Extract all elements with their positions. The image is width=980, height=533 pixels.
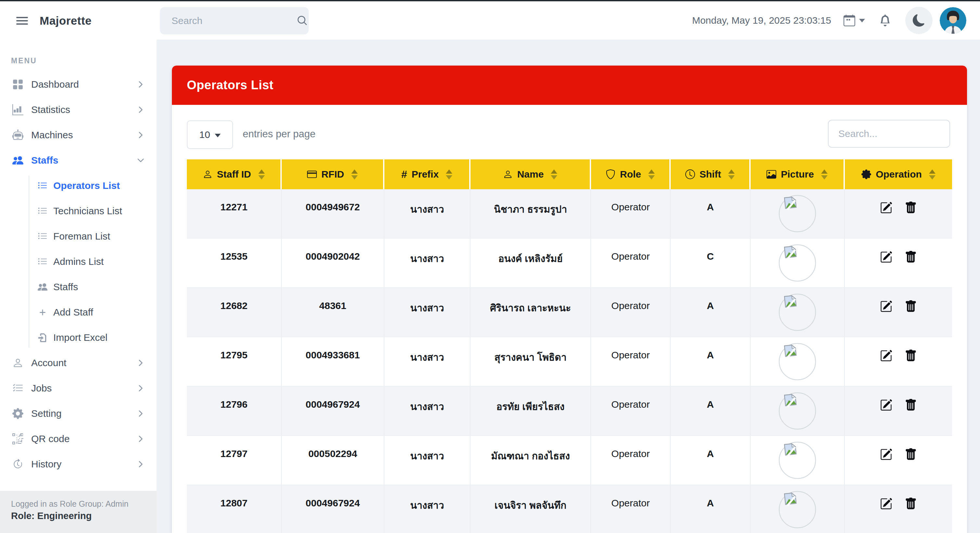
global-search[interactable] — [160, 7, 309, 35]
cell-rfid: 000502294 — [282, 436, 384, 485]
sort-icon[interactable] — [929, 170, 935, 179]
chevron-right-icon — [137, 359, 144, 366]
cell-prefix: นางสาว — [384, 337, 471, 386]
search-icon[interactable] — [297, 15, 308, 26]
sidebar-item-setting[interactable]: Setting — [0, 401, 157, 426]
sort-icon[interactable] — [728, 170, 735, 179]
table-search-input[interactable] — [828, 120, 950, 148]
image-icon — [767, 170, 776, 179]
sidebar-item-machines[interactable]: Machines — [0, 122, 157, 148]
column-header-rfid[interactable]: RFID — [282, 159, 384, 189]
notifications-button[interactable] — [879, 14, 891, 26]
moon-icon — [913, 14, 925, 27]
sidebar-item-add-staff[interactable]: Add Staff — [0, 300, 157, 325]
sidebar-item-staffs-sub[interactable]: Staffs — [0, 274, 157, 300]
datetime-text: Monday, May 19, 2025 23:03:15 — [692, 15, 831, 26]
edit-button[interactable] — [880, 498, 892, 510]
operators-table: Staff ID RFID # Prefix Name Role — [187, 159, 952, 533]
user-avatar[interactable] — [940, 7, 966, 34]
hamburger-icon — [16, 17, 28, 18]
cell-prefix: นางสาว — [384, 288, 471, 336]
cell-staff-id: 12682 — [187, 288, 282, 336]
delete-button[interactable] — [905, 201, 917, 214]
sidebar-item-technicians-list[interactable]: Technicians List — [0, 198, 157, 224]
column-header-picture[interactable]: Picture — [751, 159, 845, 189]
edit-button[interactable] — [880, 350, 892, 362]
sidebar-item-statistics[interactable]: Statistics — [0, 97, 157, 122]
sidebar-item-foreman-list[interactable]: Foreman List — [0, 224, 157, 249]
window-top-edge — [0, 0, 980, 1]
edit-button[interactable] — [880, 201, 892, 214]
chevron-right-icon — [137, 435, 144, 443]
cell-name: มัณฑณา กองไธสง — [471, 436, 591, 485]
delete-button[interactable] — [905, 448, 917, 461]
sidebar: MENU Dashboard Statistics Machines Staff… — [0, 40, 157, 533]
profile-picture-placeholder — [778, 293, 816, 332]
edit-button[interactable] — [880, 300, 892, 313]
profile-picture-placeholder — [778, 441, 816, 479]
trash-icon — [905, 251, 917, 263]
topbar-right: Monday, May 19, 2025 23:03:15 — [692, 1, 980, 40]
sort-icon[interactable] — [446, 170, 452, 179]
table-controls: 10 entries per page — [187, 121, 952, 148]
edit-icon — [880, 498, 892, 510]
edit-button[interactable] — [880, 448, 892, 461]
cell-name: ศิรินารถ เลาะหะนะ — [471, 288, 591, 336]
column-header-shift[interactable]: Shift — [671, 159, 751, 189]
sidebar-item-import-excel[interactable]: Import Excel — [0, 325, 157, 350]
profile-picture-placeholder — [778, 343, 816, 381]
global-search-input[interactable] — [160, 15, 297, 26]
bell-icon — [879, 14, 891, 26]
card-icon — [307, 170, 317, 179]
cell-staff-id: 12271 — [187, 189, 282, 238]
sort-icon[interactable] — [821, 170, 827, 179]
cell-prefix: นางสาว — [384, 189, 471, 238]
sidebar-item-qr-code[interactable]: QR code — [0, 426, 157, 452]
entries-per-page-label: entries per page — [243, 128, 315, 140]
person-icon — [503, 170, 513, 179]
dark-mode-toggle[interactable] — [905, 7, 932, 34]
column-header-role[interactable]: Role — [591, 159, 671, 189]
edit-button[interactable] — [880, 251, 892, 263]
sidebar-item-jobs[interactable]: Jobs — [0, 376, 157, 401]
entries-per-page-select[interactable]: 10 — [187, 121, 233, 149]
delete-button[interactable] — [905, 399, 917, 411]
delete-button[interactable] — [905, 300, 917, 313]
date-picker-button[interactable] — [843, 14, 865, 26]
brand-logo[interactable]: Majorette — [40, 14, 92, 27]
column-header-operation[interactable]: Operation — [845, 159, 952, 189]
sidebar-footer: Logged in as Role Group: Admin Role: Eng… — [0, 491, 157, 533]
sort-icon[interactable] — [648, 170, 655, 179]
sidebar-item-account[interactable]: Account — [0, 350, 157, 376]
sidebar-item-history[interactable]: History — [0, 452, 157, 477]
cell-name: อนงค์ เหลิงรัมย์ — [471, 239, 591, 287]
cell-role: Operator — [591, 337, 671, 386]
cell-rfid: 0004933681 — [282, 337, 384, 386]
logged-in-role: Role: Engineering — [11, 511, 157, 521]
people-icon — [12, 155, 23, 166]
delete-button[interactable] — [905, 251, 917, 263]
broken-image-icon — [783, 490, 799, 507]
edit-button[interactable] — [880, 399, 892, 411]
edit-icon — [880, 251, 892, 263]
sort-icon[interactable] — [351, 170, 358, 179]
sort-icon[interactable] — [551, 170, 557, 179]
column-header-name[interactable]: Name — [471, 159, 591, 189]
caret-down-icon — [215, 134, 221, 137]
cell-shift: C — [671, 239, 751, 287]
delete-button[interactable] — [905, 350, 917, 362]
list-icon — [38, 181, 48, 190]
sidebar-item-dashboard[interactable]: Dashboard — [0, 72, 157, 97]
sidebar-item-staffs[interactable]: Staffs — [0, 148, 157, 173]
sort-icon[interactable] — [258, 170, 265, 179]
trash-icon — [905, 448, 917, 461]
cell-role: Operator — [591, 288, 671, 336]
edit-icon — [880, 300, 892, 313]
delete-button[interactable] — [905, 498, 917, 510]
sidebar-toggle-button[interactable] — [16, 15, 29, 27]
column-header-prefix[interactable]: # Prefix — [384, 159, 471, 189]
sidebar-item-admins-list[interactable]: Admins List — [0, 249, 157, 274]
sidebar-item-operators-list[interactable]: Operators List — [0, 173, 157, 198]
column-header-staff-id[interactable]: Staff ID — [187, 159, 282, 189]
cell-staff-id: 12807 — [187, 485, 282, 533]
